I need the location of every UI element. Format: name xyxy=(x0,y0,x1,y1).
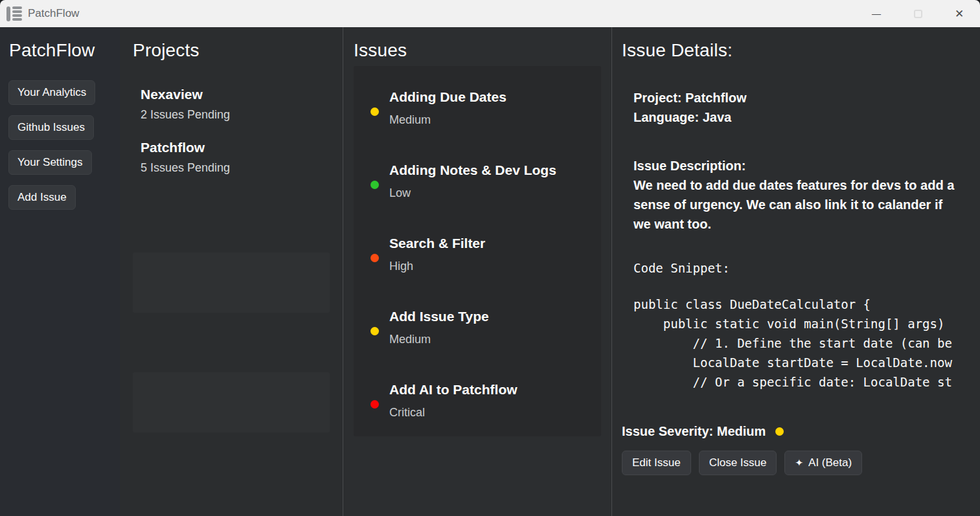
issue-list: Adding Due Dates Medium Adding Notes & D… xyxy=(354,66,601,436)
severity-dot-icon xyxy=(370,181,379,189)
sidebar-title: PatchFlow xyxy=(9,40,112,61)
severity-dot-icon xyxy=(370,327,379,335)
issue-severity: Critical xyxy=(389,404,518,421)
project-name: Patchflow xyxy=(141,140,330,155)
ai-beta-label: AI (Beta) xyxy=(808,456,852,469)
issue-details-panel: Issue Details: Project: Patchflow Langua… xyxy=(612,27,980,516)
issue-severity: Medium xyxy=(389,111,507,128)
close-button[interactable]: ✕ xyxy=(939,0,980,27)
app-logo-icon xyxy=(6,6,22,21)
close-issue-label: Close Issue xyxy=(709,456,767,469)
issue-details-heading: Issue Details: xyxy=(622,40,980,61)
issue-severity-label: Issue Severity: Medium xyxy=(622,421,766,441)
projects-heading: Projects xyxy=(133,40,330,61)
issue-title: Add Issue Type xyxy=(389,308,489,326)
minimize-button[interactable]: — xyxy=(856,0,897,27)
description-label: Issue Description: xyxy=(633,156,963,175)
project-status: 5 Issues Pending xyxy=(141,161,330,175)
ai-beta-button[interactable]: ✦ AI (Beta) xyxy=(784,451,862,475)
issues-heading: Issues xyxy=(354,40,601,61)
severity-dot-icon xyxy=(370,254,379,262)
code-snippet: public class DueDateCalculator { public … xyxy=(633,295,980,392)
issue-title: Add AI to Patchflow xyxy=(389,381,518,399)
sidebar: PatchFlow Your Analytics Github Issues Y… xyxy=(0,27,120,516)
issue-severity: Low xyxy=(389,185,556,201)
issue-title: Adding Due Dates xyxy=(389,88,507,106)
issue-item-adding-notes-dev-logs[interactable]: Adding Notes & Dev Logs Low xyxy=(370,161,595,208)
sidebar-item-your-settings[interactable]: Your Settings xyxy=(8,150,92,175)
project-item-nexaview[interactable]: Nexaview 2 Issues Pending xyxy=(141,87,330,122)
app-window: PatchFlow — ✕ PatchFlow Your Analytics G… xyxy=(0,0,980,516)
detail-language: Language: Java xyxy=(633,107,980,127)
severity-dot-icon xyxy=(370,400,379,409)
sparkle-icon: ✦ xyxy=(795,457,803,469)
code-snippet-label: Code Snippet: xyxy=(633,261,980,275)
issue-title: Search & Filter xyxy=(389,234,485,252)
issue-item-add-ai-to-patchflow[interactable]: Add AI to Patchflow Critical xyxy=(370,381,595,427)
issue-title: Adding Notes & Dev Logs xyxy=(389,161,556,179)
window-title: PatchFlow xyxy=(28,7,79,20)
projects-panel: Projects Nexaview 2 Issues Pending Patch… xyxy=(120,27,343,516)
edit-issue-label: Edit Issue xyxy=(632,456,681,469)
issue-item-adding-due-dates[interactable]: Adding Due Dates Medium xyxy=(370,88,595,135)
project-name: Nexaview xyxy=(141,87,330,102)
issue-severity: Medium xyxy=(389,331,489,348)
close-issue-button[interactable]: Close Issue xyxy=(699,451,777,475)
titlebar: PatchFlow — ✕ xyxy=(0,0,980,27)
severity-dot-icon xyxy=(775,427,784,436)
project-placeholder xyxy=(133,252,330,313)
description-text: We need to add due dates features for de… xyxy=(633,175,963,234)
severity-dot-icon xyxy=(370,107,379,116)
issues-panel: Issues Adding Due Dates Medium Adding No… xyxy=(343,27,612,516)
project-item-patchflow[interactable]: Patchflow 5 Issues Pending xyxy=(141,140,330,175)
maximize-icon xyxy=(914,10,922,18)
sidebar-item-add-issue[interactable]: Add Issue xyxy=(8,185,76,210)
issue-severity: High xyxy=(389,258,485,275)
issue-item-add-issue-type[interactable]: Add Issue Type Medium xyxy=(370,308,595,354)
maximize-button[interactable] xyxy=(897,0,939,27)
detail-project: Project: Patchflow xyxy=(633,88,980,107)
sidebar-item-your-analytics[interactable]: Your Analytics xyxy=(8,80,95,105)
sidebar-item-github-issues[interactable]: Github Issues xyxy=(8,115,94,140)
project-placeholder xyxy=(133,372,330,432)
project-status: 2 Issues Pending xyxy=(141,108,330,122)
issue-item-search-filter[interactable]: Search & Filter High xyxy=(370,234,595,281)
edit-issue-button[interactable]: Edit Issue xyxy=(622,451,691,475)
